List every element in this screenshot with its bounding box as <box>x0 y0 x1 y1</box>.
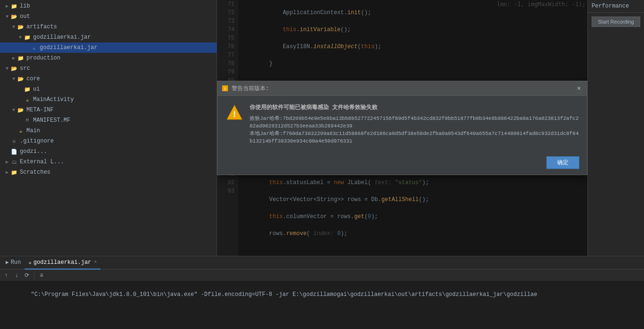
svg-text:!: ! <box>224 86 226 92</box>
label-out: out <box>20 13 30 20</box>
run-output: "C:\Program Files\Java\jdk1.8.0_101\bin\… <box>4 282 640 307</box>
folder-icon-ui: 📁 <box>24 85 31 93</box>
svg-text:!: ! <box>232 110 237 119</box>
modal-overlay: ! 警告当前版本: × ! <box>217 0 587 256</box>
tree-item-jar-file[interactable]: ☕ godzillaerkai.jar <box>0 42 217 53</box>
arrow-production: ▶ <box>10 55 17 61</box>
gitignore-icon: ⊘ <box>10 137 18 145</box>
tab-godzi-label: godzillaerkai.jar <box>33 259 91 266</box>
folder-icon-artifacts: 📂 <box>17 23 25 31</box>
folder-icon-meta-inf: 📂 <box>17 106 25 114</box>
tree-item-mainactivity[interactable]: ☕ MainActivity <box>0 94 217 105</box>
modal-ok-button[interactable]: 确定 <box>546 156 579 169</box>
tab-godzillaerkai[interactable]: ☕ godzillaerkai.jar × <box>25 256 100 270</box>
label-lib: lib <box>20 3 30 9</box>
label-gitignore: .gitignore <box>20 138 54 144</box>
arrow-out: ▼ <box>4 14 10 19</box>
label-meta-inf: META-INF <box>26 107 54 113</box>
modal-hash-2: 本地Jar哈希:f760da73832299a63c11d58868fe2d18… <box>250 130 579 145</box>
jar-file-icon: ☕ <box>30 44 38 51</box>
tree-item-artifacts[interactable]: ▼ 📂 artifacts <box>0 22 217 32</box>
label-jar-folder: godzillaerkai.jar <box>33 34 91 41</box>
bottom-tabs: ▶ Run ☕ godzillaerkai.jar × <box>0 256 644 270</box>
folder-icon-jar: 📁 <box>24 34 31 41</box>
java-icon-main: ☕ <box>17 127 25 135</box>
warning-icon: ! <box>225 103 244 122</box>
modal-close-button[interactable]: × <box>575 84 583 93</box>
tree-item-ui[interactable]: 📁 ui <box>0 84 217 94</box>
tree-item-production[interactable]: ▶ 📁 production <box>0 53 217 63</box>
label-jar-file: godzillaerkai.jar <box>40 44 97 51</box>
modal-title-icon: ! <box>221 84 229 92</box>
content-area: ▶ 📁 lib ▼ 📂 out ▼ 📂 artifacts ▼ <box>0 0 644 256</box>
tab-close-godzi[interactable]: × <box>94 260 97 265</box>
performance-title: Performance <box>588 0 644 13</box>
bottom-content: "C:\Program Files\Java\jdk1.8.0_101\bin\… <box>0 281 644 329</box>
tree-item-lib[interactable]: ▶ 📁 lib <box>0 1 217 11</box>
modal-titlebar: ! 警告当前版本: × <box>217 81 587 96</box>
modal-footer: 确定 <box>217 152 587 175</box>
modal-body: ! 你使用的软件可能已被病毒感染 文件哈希效验失败 效验Jar哈希:7bd209… <box>217 96 587 152</box>
arrow-core: ▼ <box>10 76 17 82</box>
java-icon-mainactivity: ☕ <box>24 96 31 103</box>
tree-item-meta-inf[interactable]: ▼ 📂 META-INF <box>0 105 217 115</box>
right-panel: Performance Start Recording <box>587 0 644 256</box>
modal-warning-title: 你使用的软件可能已被病毒感染 文件哈希效验失败 <box>250 103 579 112</box>
label-ui: ui <box>33 86 40 93</box>
arrow-lib: ▶ <box>4 3 10 9</box>
folder-icon-scratches: 📁 <box>10 169 18 176</box>
external-icon: 🗂 <box>10 158 18 166</box>
tree-item-gitignore[interactable]: ⊘ .gitignore <box>0 136 217 146</box>
tree-item-core[interactable]: ▼ 📂 core <box>0 74 217 84</box>
label-external: External L... <box>20 159 64 165</box>
godzi-icon: 📄 <box>10 148 18 155</box>
arrow-meta-inf: ▼ <box>10 108 17 113</box>
tab-run-label: Run <box>11 259 21 266</box>
folder-icon-src: 📂 <box>10 65 18 72</box>
start-recording-button[interactable]: Start Recording <box>592 17 640 27</box>
bottom-toolbar: ↑ ↓ ⟳ ≡ <box>0 270 644 281</box>
arrow-jar-folder: ▼ <box>17 35 24 40</box>
arrow-external: ▶ <box>4 159 10 165</box>
label-production: production <box>26 55 60 61</box>
tree-item-out[interactable]: ▼ 📂 out <box>0 11 217 22</box>
tree-item-manifest[interactable]: M MANIFEST.MF <box>0 115 217 126</box>
arrow-artifacts: ▼ <box>10 25 17 30</box>
label-src: src <box>20 65 30 72</box>
folder-icon-core: 📂 <box>17 75 25 83</box>
label-core: core <box>26 76 40 82</box>
warning-dialog: ! 警告当前版本: × ! <box>217 81 587 175</box>
toolbar-btn-reload[interactable]: ⟳ <box>23 271 31 279</box>
label-main: Main <box>26 127 40 134</box>
folder-icon-production: 📁 <box>17 54 25 62</box>
label-mainactivity: MainActivity <box>33 96 74 103</box>
label-godzi: godzi... <box>20 148 47 155</box>
manifest-icon: M <box>24 117 31 124</box>
toolbar-btn-menu[interactable]: ≡ <box>37 271 46 279</box>
bottom-area: ▶ Run ☕ godzillaerkai.jar × ↑ ↓ ⟳ ≡ "C:\… <box>0 256 644 329</box>
tab-run[interactable]: ▶ Run <box>2 256 25 270</box>
tree-item-main[interactable]: ☕ Main <box>0 126 217 136</box>
run-output-text: "C:\Program Files\Java\jdk1.8.0_101\bin\… <box>31 291 537 298</box>
arrow-src: ▼ <box>4 66 10 71</box>
modal-hash-1: 效验Jar哈希:7bd209b54e9e5e8ba13bb8b527722457… <box>250 115 579 130</box>
tree-item-godzi[interactable]: 📄 godzi... <box>0 146 217 157</box>
tree-item-scratches[interactable]: ▶ 📁 Scratches <box>0 167 217 177</box>
toolbar-btn-up[interactable]: ↑ <box>2 271 10 279</box>
editor-area: 71 72 73 74 75 76 77 78 79 80 81 82 83 8… <box>217 0 587 256</box>
file-tree-sidebar: ▶ 📁 lib ▼ 📂 out ▼ 📂 artifacts ▼ <box>0 0 217 256</box>
toolbar-btn-down[interactable]: ↓ <box>12 271 21 279</box>
label-artifacts: artifacts <box>26 24 57 30</box>
modal-message: 你使用的软件可能已被病毒感染 文件哈希效验失败 效验Jar哈希:7bd209b5… <box>250 103 579 145</box>
folder-icon-out: 📂 <box>10 13 18 20</box>
folder-icon-lib: 📁 <box>10 2 18 10</box>
toolbar-separator <box>34 271 34 279</box>
run-tab-icon: ▶ <box>6 259 9 265</box>
arrow-scratches: ▶ <box>4 169 10 175</box>
tree-item-jar-folder[interactable]: ▼ 📁 godzillaerkai.jar <box>0 32 217 42</box>
app-container: ▶ 📁 lib ▼ 📂 out ▼ 📂 artifacts ▼ <box>0 0 644 329</box>
modal-title-text: 警告当前版本: <box>232 84 575 93</box>
label-manifest: MANIFEST.MF <box>33 117 70 124</box>
tree-item-src[interactable]: ▼ 📂 src <box>0 63 217 74</box>
tree-item-external[interactable]: ▶ 🗂 External L... <box>0 157 217 167</box>
